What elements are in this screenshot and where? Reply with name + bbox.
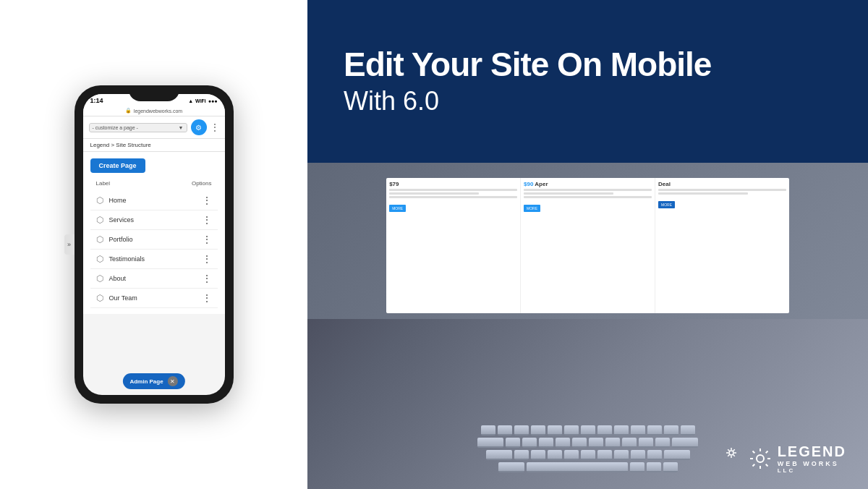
key xyxy=(506,438,520,448)
customize-select[interactable]: - customize a page - ▼ xyxy=(89,123,187,132)
svg-point-0 xyxy=(729,451,733,455)
phone-mockup: » 1:14 ▲ WiFi ●●● 🔒 legendwebworks.com -… xyxy=(75,85,234,404)
options-dots-icon[interactable]: ⋮ xyxy=(202,253,212,265)
headline: Edit Your Site On Mobile xyxy=(344,46,832,83)
text-line xyxy=(524,192,613,195)
right-panel: Edit Your Site On Mobile With 6.0 xyxy=(307,0,868,489)
page-name: Portfolio xyxy=(109,236,202,243)
page-name: About xyxy=(109,275,202,282)
laptop-col-1: $79 MORE xyxy=(386,178,521,314)
key xyxy=(539,438,553,448)
admin-bar[interactable]: Admin Page ✕ xyxy=(122,373,184,389)
laptop-screen-area: $79 MORE $90 Aper xyxy=(307,163,868,319)
text-line xyxy=(389,196,517,198)
text-line xyxy=(524,189,652,191)
key xyxy=(597,425,612,435)
drag-icon[interactable]: ⬡ xyxy=(96,254,103,264)
key xyxy=(639,438,653,448)
more-btn-1[interactable]: MORE xyxy=(389,205,406,212)
key-space xyxy=(527,462,628,472)
key xyxy=(664,450,690,460)
hero-section: Edit Your Site On Mobile With 6.0 xyxy=(307,0,868,163)
key xyxy=(631,425,645,435)
text-line xyxy=(389,189,517,191)
admin-bar-close-button[interactable]: ✕ xyxy=(168,376,178,386)
text-line xyxy=(658,192,748,195)
more-btn-2[interactable]: MORE xyxy=(524,205,540,212)
drag-icon[interactable]: ⬡ xyxy=(96,273,103,284)
price-3: Deal xyxy=(658,181,786,187)
logo-web-works: WEB WORKS xyxy=(778,460,846,468)
key xyxy=(589,438,603,448)
create-page-button[interactable]: Create Page xyxy=(90,158,145,173)
table-row: ⬡ Portfolio ⋮ xyxy=(90,230,218,250)
key xyxy=(564,425,579,435)
drag-icon[interactable]: ⬡ xyxy=(96,195,103,205)
phone-content: Create Page Label Options ⬡ Home ⋮ ⬡ Ser… xyxy=(83,152,225,314)
more-btn-3[interactable]: MORE xyxy=(658,201,675,208)
drag-icon[interactable]: ⬡ xyxy=(96,215,103,225)
key xyxy=(522,438,537,448)
key xyxy=(655,438,670,448)
key xyxy=(672,438,698,448)
options-dots-icon[interactable]: ⋮ xyxy=(202,195,212,206)
settings-icon[interactable]: ⚙ xyxy=(191,119,207,135)
drag-icon[interactable]: ⬡ xyxy=(96,234,103,244)
keyboard-row xyxy=(329,425,846,435)
sidebar-arrow[interactable]: » xyxy=(64,234,75,255)
laptop-display-content: $79 MORE $90 Aper xyxy=(386,178,789,314)
key xyxy=(614,425,629,435)
key xyxy=(548,425,562,435)
toolbar-more-icon[interactable]: ⋮ xyxy=(210,122,219,132)
status-time: 1:14 xyxy=(90,97,103,104)
text-line xyxy=(658,189,786,191)
key xyxy=(514,425,529,435)
options-dots-icon[interactable]: ⋮ xyxy=(202,214,212,226)
gear-icon-left xyxy=(724,446,746,467)
page-name: Home xyxy=(109,197,202,204)
table-row: ⬡ Services ⋮ xyxy=(90,211,218,230)
table-row: ⬡ Testimonials ⋮ xyxy=(90,250,218,269)
key xyxy=(514,450,529,460)
image-section: $79 MORE $90 Aper xyxy=(307,163,868,489)
options-dots-icon[interactable]: ⋮ xyxy=(202,292,212,304)
admin-bar-label: Admin Page xyxy=(129,378,163,385)
phone-toolbar: - customize a page - ▼ ⚙ ⋮ xyxy=(83,116,225,139)
key xyxy=(597,450,612,460)
key xyxy=(647,462,661,472)
key xyxy=(498,462,524,472)
price-1: $79 xyxy=(389,181,517,187)
laptop-display: $79 MORE $90 Aper xyxy=(386,178,789,314)
phone-screen: 1:14 ▲ WiFi ●●● 🔒 legendwebworks.com - c… xyxy=(83,94,225,395)
gear-icon-right xyxy=(747,446,773,472)
key xyxy=(647,450,662,460)
key xyxy=(622,438,637,448)
table-row: ⬡ Home ⋮ xyxy=(90,191,218,211)
logo-overlay: LEGEND WEB WORKS LLC xyxy=(724,443,846,475)
table-row: ⬡ Our Team ⋮ xyxy=(90,289,218,308)
price-2: $90 Aper xyxy=(524,181,652,187)
laptop-col-3: Deal MORE xyxy=(655,178,789,314)
key xyxy=(572,438,587,448)
key xyxy=(581,425,595,435)
options-header: Options xyxy=(192,180,212,187)
subheadline: With 6.0 xyxy=(344,86,832,116)
options-dots-icon[interactable]: ⋮ xyxy=(202,234,212,245)
page-name: Our Team xyxy=(109,294,202,302)
laptop-col-2: $90 Aper MORE xyxy=(521,178,655,314)
drag-icon[interactable]: ⬡ xyxy=(96,293,103,303)
laptop-background: $79 MORE $90 Aper xyxy=(307,163,868,489)
lock-icon: 🔒 xyxy=(125,108,132,114)
breadcrumb: Legend > Site Structure xyxy=(83,139,225,152)
text-line xyxy=(524,196,652,198)
table-header: Label Options xyxy=(90,179,218,188)
key xyxy=(531,425,545,435)
status-icons: ▲ WiFi ●●● xyxy=(188,98,217,103)
key xyxy=(631,450,645,460)
url-text: legendwebworks.com xyxy=(134,109,182,114)
options-dots-icon[interactable]: ⋮ xyxy=(202,273,212,284)
key xyxy=(486,450,512,460)
key xyxy=(581,450,595,460)
key xyxy=(663,462,678,472)
key xyxy=(531,450,545,460)
